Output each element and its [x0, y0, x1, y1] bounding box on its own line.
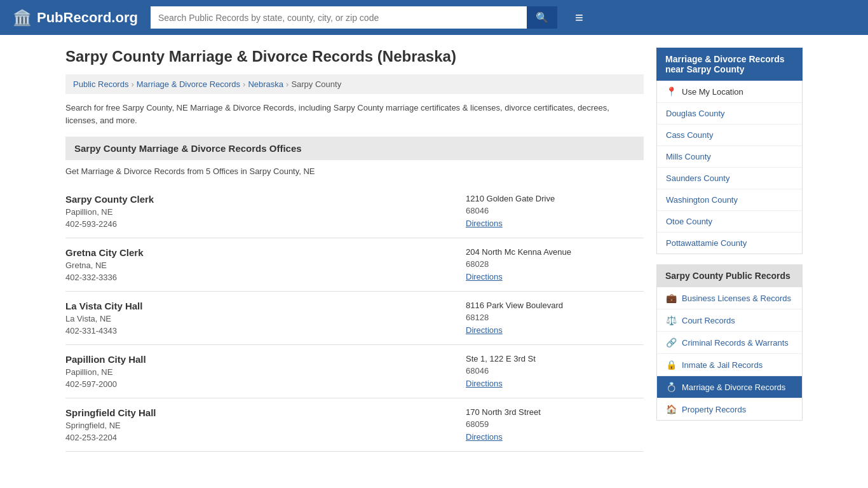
office-info: Gretna City Clerk Gretna, NE 402-332-333… — [65, 247, 453, 282]
office-info: La Vista City Hall La Vista, NE 402-331-… — [65, 301, 453, 336]
record-type-icon: 💼 — [666, 293, 677, 303]
sidebar-county-item[interactable]: Otoe County — [657, 211, 802, 233]
office-info: Papillion City Hall Papillion, NE 402-59… — [65, 354, 453, 389]
page-title: Sarpy County Marriage & Divorce Records … — [65, 48, 644, 65]
office-street: 1210 Golden Gate Drive — [466, 194, 644, 203]
breadcrumb-public-records[interactable]: Public Records — [73, 79, 128, 89]
sidebar: Marriage & Divorce Records near Sarpy Co… — [656, 48, 803, 452]
office-address-area: 204 North Mc Kenna Avenue 68028 Directio… — [466, 247, 644, 282]
sidebar-public-record-item[interactable]: 💍Marriage & Divorce Records — [657, 376, 802, 398]
content-area: Sarpy County Marriage & Divorce Records … — [65, 48, 644, 452]
breadcrumb-current: Sarpy County — [291, 79, 341, 89]
office-city: Gretna, NE — [65, 261, 453, 270]
record-type-label: Criminal Records & Warrants — [682, 338, 789, 348]
record-type-label: Marriage & Divorce Records — [682, 383, 785, 392]
office-zip: 68046 — [466, 366, 644, 376]
use-location-label: Use My Location — [682, 87, 743, 97]
sidebar-county-item[interactable]: Saunders County — [657, 168, 802, 189]
sidebar-use-location[interactable]: 📍 Use My Location — [657, 81, 802, 103]
main-container: Sarpy County Marriage & Divorce Records … — [53, 35, 815, 464]
office-entry: Sarpy County Clerk Papillion, NE 402-593… — [65, 185, 644, 238]
record-type-icon: 🏠 — [666, 404, 677, 414]
office-street: 8116 Park View Boulevard — [466, 301, 644, 310]
office-phone: 402-332-3336 — [65, 273, 453, 282]
sidebar-public-record-item[interactable]: 🔒Inmate & Jail Records — [657, 354, 802, 376]
office-phone: 402-597-2000 — [65, 379, 453, 389]
office-name: Springfield City Hall — [65, 407, 453, 418]
sidebar-county-item[interactable]: Washington County — [657, 189, 802, 211]
office-address-area: 1210 Golden Gate Drive 68046 Directions — [466, 194, 644, 229]
sidebar-county-item[interactable]: Mills County — [657, 146, 802, 168]
office-street: 204 North Mc Kenna Avenue — [466, 247, 644, 257]
location-icon: 📍 — [666, 86, 677, 97]
office-zip: 68028 — [466, 259, 644, 269]
offices-list: Sarpy County Clerk Papillion, NE 402-593… — [65, 185, 644, 452]
directions-link[interactable]: Directions — [466, 379, 503, 388]
directions-link[interactable]: Directions — [466, 325, 503, 335]
breadcrumb-sep-2: › — [243, 79, 245, 89]
office-name: Papillion City Hall — [65, 354, 453, 365]
sidebar-county-item[interactable]: Cass County — [657, 125, 802, 146]
office-zip: 68128 — [466, 313, 644, 322]
office-address-area: 8116 Park View Boulevard 68128 Direction… — [466, 301, 644, 336]
record-type-label: Business Licenses & Records — [682, 294, 791, 303]
office-street: 170 North 3rd Street — [466, 407, 644, 417]
directions-link[interactable]: Directions — [466, 432, 503, 442]
office-city: Papillion, NE — [65, 207, 453, 217]
office-info: Springfield City Hall Springfield, NE 40… — [65, 407, 453, 442]
directions-link[interactable]: Directions — [466, 219, 503, 228]
directions-link[interactable]: Directions — [466, 272, 503, 281]
breadcrumb: Public Records › Marriage & Divorce Reco… — [65, 74, 644, 94]
sidebar-nearby-header: Marriage & Divorce Records near Sarpy Co… — [656, 48, 803, 81]
breadcrumb-sep-3: › — [286, 79, 288, 89]
office-phone: 402-331-4343 — [65, 326, 453, 336]
offices-count: Get Marriage & Divorce Records from 5 Of… — [65, 166, 644, 176]
record-type-icon: 💍 — [666, 382, 677, 392]
offices-section-header: Sarpy County Marriage & Divorce Records … — [65, 137, 644, 160]
record-type-label: Inmate & Jail Records — [682, 360, 763, 370]
nearby-counties-list: Douglas CountyCass CountyMills CountySau… — [657, 103, 802, 254]
logo-text: PubRecord.org — [37, 10, 138, 26]
search-form: 🔍 — [151, 6, 557, 29]
record-type-icon: 🔗 — [666, 337, 677, 348]
record-type-icon: ⚖️ — [666, 315, 677, 325]
office-name: Sarpy County Clerk — [65, 194, 453, 205]
menu-button[interactable]: ≡ — [570, 7, 588, 29]
record-type-label: Court Records — [682, 316, 735, 325]
site-header: 🏛️ PubRecord.org 🔍 ≡ — [0, 0, 868, 35]
sidebar-nearby-list: 📍 Use My Location Douglas CountyCass Cou… — [656, 81, 803, 254]
office-street: Ste 1, 122 E 3rd St — [466, 354, 644, 363]
office-zip: 68046 — [466, 206, 644, 215]
breadcrumb-marriage-divorce[interactable]: Marriage & Divorce Records — [137, 79, 240, 89]
breadcrumb-nebraska[interactable]: Nebraska — [248, 79, 283, 89]
office-address-area: Ste 1, 122 E 3rd St 68046 Directions — [466, 354, 644, 389]
sidebar-public-record-item[interactable]: ⚖️Court Records — [657, 309, 802, 332]
office-entry: Springfield City Hall Springfield, NE 40… — [65, 398, 644, 452]
search-icon: 🔍 — [536, 12, 548, 23]
public-records-items: 💼Business Licenses & Records⚖️Court Reco… — [657, 287, 802, 420]
sidebar-public-record-item[interactable]: 🏠Property Records — [657, 398, 802, 420]
record-type-label: Property Records — [682, 405, 746, 414]
page-description: Search for free Sarpy County, NE Marriag… — [65, 102, 644, 126]
office-city: La Vista, NE — [65, 314, 453, 323]
office-name: La Vista City Hall — [65, 301, 453, 311]
office-city: Papillion, NE — [65, 367, 453, 377]
sidebar-public-record-item[interactable]: 💼Business Licenses & Records — [657, 287, 802, 309]
sidebar-county-item[interactable]: Douglas County — [657, 103, 802, 125]
sidebar-county-item[interactable]: Pottawattamie County — [657, 233, 802, 254]
search-input[interactable] — [151, 6, 527, 29]
logo-icon: 🏛️ — [13, 9, 32, 27]
sidebar-public-records-header: Sarpy County Public Records — [656, 264, 803, 287]
search-button[interactable]: 🔍 — [527, 6, 557, 29]
record-type-icon: 🔒 — [666, 360, 677, 370]
sidebar-public-records-list: 💼Business Licenses & Records⚖️Court Reco… — [656, 287, 803, 421]
office-phone: 402-253-2204 — [65, 433, 453, 442]
office-zip: 68059 — [466, 419, 644, 429]
breadcrumb-sep-1: › — [131, 79, 133, 89]
sidebar-public-record-item[interactable]: 🔗Criminal Records & Warrants — [657, 332, 802, 354]
logo[interactable]: 🏛️ PubRecord.org — [13, 9, 138, 27]
office-entry: La Vista City Hall La Vista, NE 402-331-… — [65, 292, 644, 345]
office-phone: 402-593-2246 — [65, 219, 453, 229]
office-info: Sarpy County Clerk Papillion, NE 402-593… — [65, 194, 453, 229]
office-entry: Papillion City Hall Papillion, NE 402-59… — [65, 345, 644, 398]
